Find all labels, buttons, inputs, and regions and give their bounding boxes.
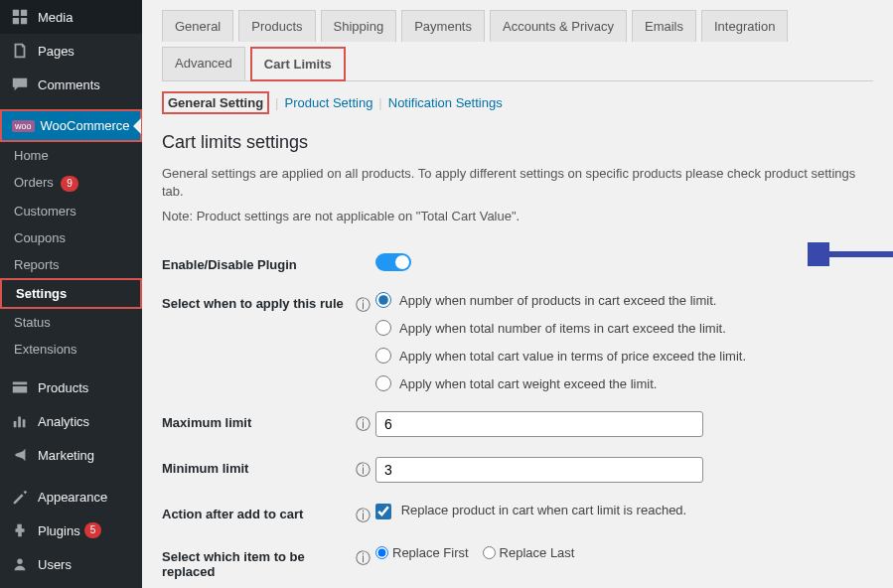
max-label: Maximum limit bbox=[162, 411, 356, 430]
subtab-separator: | bbox=[275, 95, 278, 110]
tab-general[interactable]: General bbox=[162, 10, 233, 42]
max-limit-input[interactable] bbox=[375, 411, 703, 437]
page-title: Cart limits settings bbox=[162, 132, 873, 153]
appearance-icon bbox=[10, 487, 30, 507]
sidebar-item-users[interactable]: Users bbox=[0, 547, 142, 581]
subtab-separator: | bbox=[378, 95, 381, 110]
enable-toggle[interactable] bbox=[375, 253, 411, 271]
sidebar-item-pages[interactable]: Pages bbox=[0, 34, 142, 68]
comment-icon bbox=[10, 74, 30, 94]
svg-point-0 bbox=[17, 559, 22, 564]
rule-radio-value[interactable] bbox=[375, 348, 391, 364]
tab-products[interactable]: Products bbox=[238, 10, 315, 42]
form-row-replace: Select which item to be replaced ⓘ Repla… bbox=[162, 535, 873, 588]
rule-label: Select when to apply this rule bbox=[162, 292, 356, 311]
sidebar-item-tools[interactable]: Tools bbox=[0, 581, 142, 588]
tab-integration[interactable]: Integration bbox=[701, 10, 788, 42]
sidebar-item-media[interactable]: Media bbox=[0, 0, 142, 34]
sidebar-item-label: Appearance bbox=[38, 490, 107, 505]
sidebar-item-products[interactable]: Products bbox=[0, 370, 142, 404]
help-icon[interactable]: ⓘ bbox=[356, 411, 375, 434]
sidebar-sub-coupons[interactable]: Coupons bbox=[0, 224, 142, 251]
analytics-icon bbox=[10, 411, 30, 431]
sidebar-sub-extensions[interactable]: Extensions bbox=[0, 336, 142, 363]
sidebar-sub-orders[interactable]: Orders 9 bbox=[0, 169, 142, 198]
products-icon bbox=[10, 377, 30, 397]
sidebar-sub-status[interactable]: Status bbox=[0, 309, 142, 336]
tab-accounts-privacy[interactable]: Accounts & Privacy bbox=[490, 10, 627, 42]
subtab-product-setting[interactable]: Product Setting bbox=[284, 95, 372, 110]
replace-label: Select which item to be replaced bbox=[162, 545, 356, 579]
sidebar-item-label: Comments bbox=[38, 77, 100, 92]
replace-last-radio[interactable] bbox=[483, 546, 496, 559]
action-checkbox[interactable] bbox=[375, 504, 391, 519]
help-icon[interactable]: ⓘ bbox=[356, 545, 375, 568]
page-icon bbox=[10, 41, 30, 61]
sidebar-sub-reports[interactable]: Reports bbox=[0, 251, 142, 278]
help-icon[interactable]: ⓘ bbox=[356, 457, 375, 480]
sidebar-item-label: WooCommerce bbox=[41, 118, 130, 133]
form-row-rule: Select when to apply this rule ⓘ Apply w… bbox=[162, 282, 873, 401]
woo-icon: woo bbox=[12, 120, 35, 132]
sidebar-item-label: Marketing bbox=[38, 448, 94, 463]
settings-tabs: General Products Shipping Payments Accou… bbox=[162, 10, 873, 81]
form-row-action: Action after add to cart ⓘ Replace produ… bbox=[162, 493, 873, 535]
sidebar-item-analytics[interactable]: Analytics bbox=[0, 404, 142, 438]
replace-first-label: Replace First bbox=[392, 545, 469, 560]
sidebar-item-label: Analytics bbox=[38, 414, 89, 429]
replace-first-radio[interactable] bbox=[375, 546, 388, 559]
sidebar-item-label: Users bbox=[38, 557, 72, 572]
tab-shipping[interactable]: Shipping bbox=[321, 10, 397, 42]
subtab-notification-settings[interactable]: Notification Settings bbox=[388, 95, 503, 110]
annotation-arrow-icon bbox=[808, 242, 893, 266]
tab-payments[interactable]: Payments bbox=[401, 10, 485, 42]
users-icon bbox=[10, 554, 30, 574]
min-limit-input[interactable] bbox=[375, 457, 703, 483]
sidebar-item-label: Pages bbox=[38, 44, 74, 59]
form-row-max: Maximum limit ⓘ bbox=[162, 401, 873, 447]
form-row-enable: Enable/Disable Plugin bbox=[162, 243, 873, 282]
enable-label: Enable/Disable Plugin bbox=[162, 253, 356, 272]
rule-option-value[interactable]: Apply when total cart value in terms of … bbox=[375, 348, 873, 364]
plugins-icon bbox=[10, 520, 30, 540]
min-label: Minimum limit bbox=[162, 457, 356, 476]
tab-advanced[interactable]: Advanced bbox=[162, 47, 245, 80]
rule-option-weight[interactable]: Apply when total cart weight exceed the … bbox=[375, 375, 873, 391]
page-note: Note: Product settings are not applicabl… bbox=[162, 209, 873, 223]
sidebar-sub-customers[interactable]: Customers bbox=[0, 198, 142, 224]
help-icon[interactable]: ⓘ bbox=[356, 503, 375, 525]
rule-option-items[interactable]: Apply when total number of items in cart… bbox=[375, 320, 873, 336]
media-icon bbox=[10, 7, 30, 27]
sidebar-item-comments[interactable]: Comments bbox=[0, 68, 142, 101]
tab-emails[interactable]: Emails bbox=[632, 10, 696, 42]
sidebar-sub-home[interactable]: Home bbox=[0, 142, 142, 169]
rule-radio-list: Apply when number of products in cart ex… bbox=[375, 292, 873, 391]
replace-last-label: Replace Last bbox=[500, 545, 575, 560]
action-label: Action after add to cart bbox=[162, 503, 356, 521]
admin-sidebar: Media Pages Comments woo WooCommerce Hom… bbox=[0, 0, 142, 588]
rule-radio-products[interactable] bbox=[375, 292, 391, 308]
sidebar-item-label: Products bbox=[38, 380, 88, 395]
sidebar-item-woocommerce[interactable]: woo WooCommerce bbox=[0, 109, 142, 142]
help-icon[interactable]: ⓘ bbox=[356, 292, 375, 315]
sidebar-item-label: Media bbox=[38, 10, 73, 25]
sidebar-item-marketing[interactable]: Marketing bbox=[0, 438, 142, 472]
subtabs: General Setting | Product Setting | Noti… bbox=[162, 81, 873, 124]
tab-cart-limits[interactable]: Cart Limits bbox=[250, 47, 346, 81]
rule-radio-items[interactable] bbox=[375, 320, 391, 336]
sidebar-item-plugins[interactable]: Plugins 5 bbox=[0, 514, 142, 547]
form-row-min: Minimum limit ⓘ bbox=[162, 447, 873, 493]
rule-radio-weight[interactable] bbox=[375, 375, 391, 391]
page-description: General settings are applied on all prod… bbox=[162, 165, 873, 201]
sidebar-sub-settings[interactable]: Settings bbox=[0, 278, 142, 309]
subtab-general-setting[interactable]: General Setting bbox=[162, 91, 269, 114]
orders-badge: 9 bbox=[61, 176, 78, 192]
rule-option-products[interactable]: Apply when number of products in cart ex… bbox=[375, 292, 873, 308]
sidebar-item-appearance[interactable]: Appearance bbox=[0, 480, 142, 514]
action-checkbox-label[interactable]: Replace product in cart when cart limit … bbox=[375, 503, 686, 517]
marketing-icon bbox=[10, 445, 30, 465]
plugins-badge: 5 bbox=[84, 522, 102, 538]
main-content: General Products Shipping Payments Accou… bbox=[142, 0, 893, 588]
help-icon bbox=[356, 253, 375, 257]
sidebar-item-label: Plugins bbox=[38, 523, 80, 538]
